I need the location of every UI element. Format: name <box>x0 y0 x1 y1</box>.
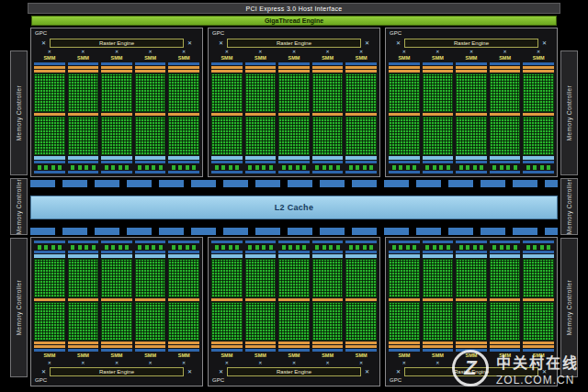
texture-unit <box>500 165 503 170</box>
texture-units-row <box>68 244 99 250</box>
texture-units-row <box>423 244 454 250</box>
warp-scheduler-bar <box>168 113 199 116</box>
instruction-buffer-bar <box>278 66 310 69</box>
register-file-bar <box>278 254 310 258</box>
texture-unit <box>58 245 62 250</box>
crossed-arrows-icon: ✕ <box>396 369 401 375</box>
texture-units-row <box>456 244 487 250</box>
texture-unit <box>192 245 196 250</box>
texture-units-row <box>523 164 554 170</box>
sm-unit: ✕ SMM <box>34 241 65 365</box>
register-file-bar <box>423 254 454 258</box>
texture-unit <box>526 245 530 250</box>
shared-memory-bar <box>135 251 166 253</box>
sm-label: SMM <box>490 55 521 62</box>
warp-scheduler-bar <box>101 298 132 301</box>
memory-controller-block: Memory Controller <box>10 238 28 377</box>
zol-logo-letter: Z <box>464 356 476 380</box>
instruction-cache-bar <box>389 62 420 65</box>
texture-units-row <box>490 244 521 250</box>
gpu-block-diagram: PCI Express 3.0 Host Interface GigaThrea… <box>0 0 588 392</box>
texture-units-row <box>168 164 199 170</box>
cuda-cores-grid <box>278 73 310 112</box>
instruction-cache-bar <box>68 62 99 65</box>
sm-label: SMM <box>135 353 166 359</box>
warp-scheduler-bar <box>423 342 454 344</box>
sm-label: SMM <box>68 353 99 359</box>
texture-unit <box>392 245 396 250</box>
memory-controller-label: Memory Controller <box>566 85 572 140</box>
instruction-cache-bar <box>135 349 166 352</box>
sm-label: SMM <box>312 353 344 359</box>
texture-unit <box>111 165 115 170</box>
texture-unit <box>406 245 410 250</box>
texture-unit <box>302 165 306 170</box>
texture-unit <box>78 245 82 250</box>
texture-unit <box>248 165 252 170</box>
shared-memory-bar <box>278 251 310 253</box>
gpc-label: GPC <box>390 377 401 383</box>
l1-cache-bar <box>278 171 310 174</box>
instruction-buffer-bar <box>278 345 310 348</box>
instruction-cache-bar <box>168 62 199 65</box>
cuda-cores-grid <box>135 117 166 155</box>
memory-interface-segments-bottom <box>30 228 558 235</box>
instruction-buffer-bar <box>389 66 420 69</box>
polymorph-crossed-arrows-icon: ✕ <box>278 360 310 365</box>
shared-memory-bar <box>68 251 99 253</box>
texture-unit <box>71 165 74 170</box>
cuda-cores-grid <box>312 73 344 112</box>
polymorph-crossed-arrows-icon: ✕ <box>345 49 377 54</box>
gpc-block: GPC ✕ Raster Engine ✕ ✕ SMM ✕ SMM <box>30 237 203 386</box>
register-file-bar <box>211 254 243 258</box>
register-file-bar <box>490 156 521 160</box>
shared-memory-bar <box>312 251 344 253</box>
warp-scheduler-bar <box>456 70 487 73</box>
gpc-header: GPC <box>211 377 377 384</box>
memory-controller-label: Memory Controller <box>16 179 22 234</box>
instruction-buffer-bar <box>168 345 199 348</box>
cuda-cores-grid <box>101 259 132 297</box>
texture-unit <box>44 165 48 170</box>
gigathread-engine-bar: GigaThread Engine <box>31 16 557 26</box>
instruction-buffer-bar <box>456 345 487 348</box>
polymorph-crossed-arrows-icon: ✕ <box>101 49 132 54</box>
shared-memory-bar <box>34 251 65 253</box>
l1-cache-bar <box>68 241 99 243</box>
cuda-cores-grid <box>456 259 487 297</box>
sm-row: ✕ SMM ✕ SMM <box>211 49 377 174</box>
texture-unit <box>192 165 196 170</box>
watermark-text: 中关村在线 ZOL.COM.CN <box>496 351 579 386</box>
shared-memory-bar <box>211 251 243 253</box>
register-file-bar <box>312 156 344 160</box>
texture-unit <box>221 165 225 170</box>
texture-unit <box>186 245 189 250</box>
texture-unit <box>152 245 155 250</box>
warp-scheduler-bar <box>389 298 420 301</box>
warp-scheduler-bar <box>456 342 487 344</box>
texture-unit <box>466 245 469 250</box>
raster-engine-bar: Raster Engine <box>227 367 361 376</box>
texture-unit <box>172 165 175 170</box>
cuda-cores-grid <box>211 302 243 341</box>
texture-unit <box>159 165 163 170</box>
instruction-buffer-bar <box>345 345 377 348</box>
crossed-arrows-icon: ✕ <box>41 369 46 375</box>
texture-units-row <box>34 244 65 250</box>
raster-engine-label: Raster Engine <box>99 40 134 46</box>
texture-units-row <box>245 244 277 250</box>
register-file-bar <box>490 254 521 258</box>
cuda-cores-grid <box>68 259 99 297</box>
texture-unit <box>547 245 550 250</box>
sm-label: SMM <box>101 353 132 359</box>
polymorph-crossed-arrows-icon: ✕ <box>490 49 521 54</box>
cuda-cores-grid <box>312 117 344 155</box>
gigathread-engine-label: GigaThread Engine <box>265 17 323 24</box>
texture-unit <box>399 245 402 250</box>
sm-row: ✕ SMM ✕ SMM <box>34 49 199 174</box>
warp-scheduler-bar <box>523 70 554 73</box>
instruction-cache-bar <box>245 62 277 65</box>
texture-unit <box>363 245 367 250</box>
cuda-cores-grid <box>490 73 521 112</box>
instruction-buffer-bar <box>68 66 99 69</box>
